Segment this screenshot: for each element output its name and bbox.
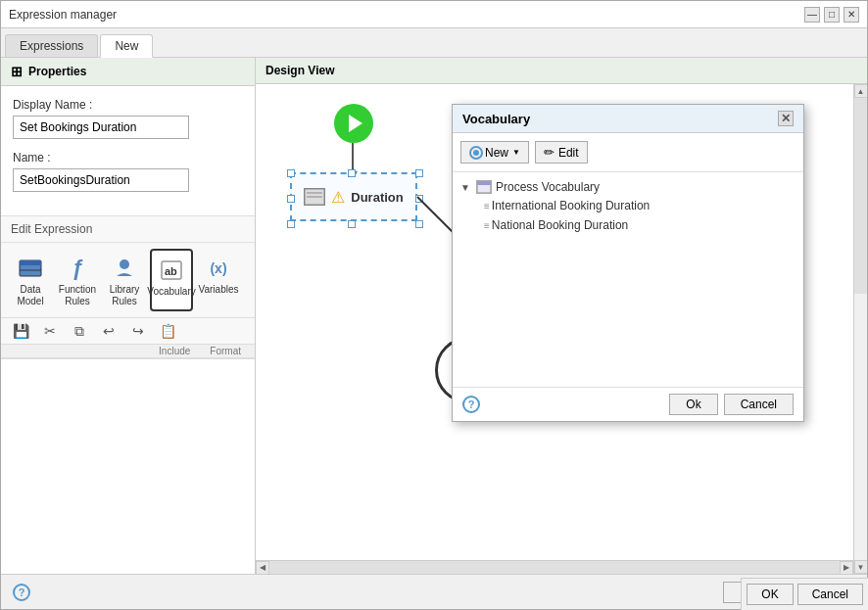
paste-button[interactable]: 📋 — [156, 320, 179, 342]
dialog-close-button[interactable]: ✕ — [778, 111, 794, 126]
vocabulary-label: Vocabulary — [147, 286, 195, 298]
tree-item-national-label: National Booking Duration — [492, 218, 628, 232]
cut-button[interactable]: ✂ — [38, 320, 62, 342]
function-rules-label: FunctionRules — [59, 284, 96, 307]
data-model-button[interactable]: DataModel — [9, 249, 52, 311]
scroll-right-arrow[interactable]: ▶ — [840, 561, 853, 575]
title-bar: Expression manager — □ ✕ — [1, 1, 867, 28]
bottom-scrollbar: ◀ ▶ — [256, 560, 853, 574]
library-icon — [109, 253, 140, 284]
dialog-title-bar: Vocabulary ✕ — [453, 105, 803, 133]
tree-item-national[interactable]: ≡ National Booking Duration — [484, 215, 796, 235]
window-title: Expression manager — [9, 8, 117, 22]
vocabulary-button[interactable]: ab Vocabulary — [150, 249, 193, 311]
tab-new[interactable]: New — [100, 34, 153, 58]
main-window: Expression manager — □ ✕ Expressions New… — [0, 0, 868, 610]
new-radio-icon — [469, 146, 483, 160]
scroll-left-arrow[interactable]: ◀ — [256, 561, 269, 575]
design-canvas: ⚠ Duration — [256, 84, 867, 574]
name-label: Name : — [13, 151, 243, 164]
cancel-button[interactable]: Cancel — [724, 394, 794, 415]
scroll-thumb[interactable] — [854, 98, 867, 560]
variables-button[interactable]: (x) Variables — [197, 249, 240, 311]
secondary-toolbar: 💾 ✂ ⧉ ↩ ↪ 📋 — [1, 318, 255, 345]
edit-button-label: Edit — [558, 146, 579, 160]
handle-tr — [415, 169, 423, 177]
ok-button[interactable]: Ok — [669, 394, 717, 415]
save-button[interactable]: 💾 — [9, 320, 32, 342]
tree-item-international[interactable]: ≡ International Booking Duration — [484, 196, 796, 215]
flow-node[interactable]: ⚠ Duration — [290, 172, 417, 221]
new-dropdown-button[interactable]: New ▼ — [460, 141, 529, 164]
edit-button[interactable]: ✏ Edit — [535, 141, 588, 164]
display-name-input[interactable] — [13, 116, 189, 139]
tab-bar: Expressions New — [1, 28, 867, 58]
pencil-icon: ✏ — [544, 145, 555, 160]
process-vocab-icon — [476, 180, 492, 194]
maximize-button[interactable]: □ — [824, 7, 840, 23]
tree-root-label: Process Vocabulary — [496, 180, 600, 194]
node-icon — [304, 188, 325, 206]
svg-rect-1 — [20, 260, 41, 265]
close-button[interactable]: ✕ — [844, 7, 859, 23]
dialog-footer: ? Ok Cancel — [453, 388, 803, 421]
function-rules-button[interactable]: ƒ FunctionRules — [56, 249, 99, 311]
handle-br — [415, 220, 423, 228]
vocabulary-tree: ▼ Process Vocabulary — [453, 172, 803, 388]
tree-item-dash2-icon: ≡ — [484, 220, 488, 231]
handle-tl — [287, 169, 295, 177]
bottom-left: ? — [13, 584, 30, 601]
warning-icon: ⚠ — [331, 188, 345, 207]
svg-point-3 — [120, 259, 129, 269]
copy-button[interactable]: ⧉ — [68, 320, 91, 342]
edit-expression-label: Edit Expression — [1, 215, 255, 243]
handle-ml — [287, 195, 295, 203]
scroll-down-arrow[interactable]: ▼ — [854, 560, 868, 574]
vocabulary-dialog: Vocabulary ✕ New ▼ ✏ Ed — [452, 104, 804, 422]
tree-expand-icon[interactable]: ▼ — [460, 182, 472, 193]
properties-header: ⊞ Properties — [1, 58, 255, 86]
svg-text:ab: ab — [165, 265, 177, 277]
design-view-header: Design View — [256, 58, 867, 84]
bottom-help-icon[interactable]: ? — [13, 584, 30, 601]
dialog-footer-buttons: Ok Cancel — [669, 394, 794, 415]
handle-tc — [348, 169, 356, 177]
toolbar-labels: Include Format — [1, 345, 255, 358]
svg-rect-12 — [477, 181, 491, 185]
data-model-label: DataModel — [17, 284, 43, 307]
vocabulary-icon: ab — [156, 255, 187, 286]
tab-expressions[interactable]: Expressions — [5, 34, 98, 57]
content-area: ⊞ Properties Display Name : Name : Edit … — [1, 58, 867, 574]
handle-mr — [415, 195, 423, 203]
tree-item-dash-icon: ≡ — [484, 201, 488, 211]
library-rules-label: LibraryRules — [110, 284, 140, 307]
expression-textarea[interactable] — [1, 358, 255, 574]
corner-buttons: OK Cancel — [741, 578, 868, 610]
minimize-button[interactable]: — — [804, 7, 820, 23]
scroll-h-track[interactable] — [269, 561, 840, 575]
name-input[interactable] — [13, 168, 189, 192]
function-icon: ƒ — [62, 253, 93, 284]
right-panel: Design View ⚠ Duration — [256, 58, 867, 574]
help-icon[interactable]: ? — [462, 396, 480, 413]
variables-icon: (x) — [203, 253, 234, 284]
tree-children: ≡ International Booking Duration ≡ Natio… — [460, 196, 796, 235]
corner-ok-button[interactable]: OK — [747, 584, 793, 605]
undo-button[interactable]: ↩ — [97, 320, 121, 342]
right-scrollbar: ▲ ▼ — [853, 84, 867, 574]
scroll-up-arrow[interactable]: ▲ — [854, 84, 868, 98]
tree-root[interactable]: ▼ Process Vocabulary — [460, 178, 796, 196]
tree-item-international-label: International Booking Duration — [492, 199, 650, 212]
dialog-title: Vocabulary — [462, 112, 530, 126]
expression-toolbar: DataModel ƒ FunctionRules LibraryRules — [1, 243, 255, 318]
flow-arrow — [352, 143, 354, 172]
data-model-icon — [15, 253, 46, 284]
handle-bl — [287, 220, 295, 228]
corner-cancel-button[interactable]: Cancel — [797, 584, 863, 605]
flow-node-label: Duration — [351, 190, 403, 205]
bottom-bar: ? Ok Cancel — [1, 574, 867, 609]
properties-section: Display Name : Name : — [1, 86, 255, 215]
dialog-toolbar: New ▼ ✏ Edit — [453, 133, 803, 172]
redo-button[interactable]: ↪ — [126, 320, 150, 342]
library-rules-button[interactable]: LibraryRules — [103, 249, 146, 311]
